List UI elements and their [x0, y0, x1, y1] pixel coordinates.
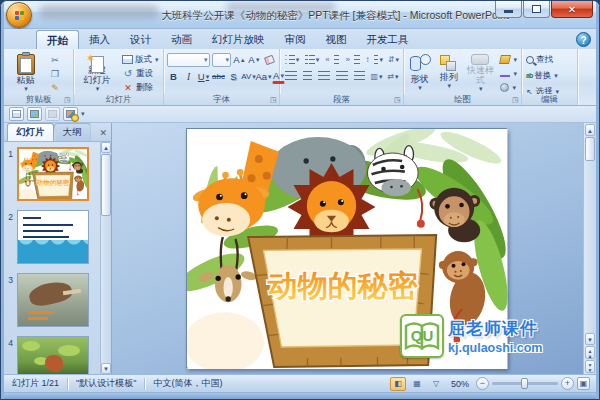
watermark: QU 屈老师课件 kj.qulaoshi.com [400, 310, 586, 362]
watermark-book-icon: QU [400, 314, 444, 358]
watermark-logo-text: QU [411, 327, 434, 344]
powerpoint-window: 大班科学公开课《动物的秘密》PPT课件 [兼容模式] - Microsoft P… [0, 0, 600, 400]
watermark-brand: 屈老师课件 [448, 317, 542, 340]
watermark-url: kj.qulaoshi.com [448, 341, 542, 355]
